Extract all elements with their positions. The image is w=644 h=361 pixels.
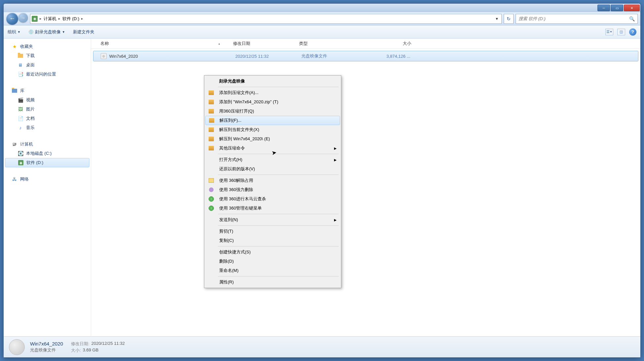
- video-icon: 🎬: [17, 97, 23, 103]
- status-filetype: 光盘映像文件: [30, 347, 63, 353]
- search-icon: 🔍: [629, 16, 635, 21]
- preview-pane-button[interactable]: ◫: [617, 29, 625, 35]
- column-name[interactable]: 名称▴: [91, 41, 233, 47]
- refresh-button[interactable]: ↻: [504, 14, 514, 24]
- sidebar-network[interactable]: 🖧网络: [4, 175, 91, 184]
- sidebar-documents[interactable]: 📄文档: [4, 114, 91, 123]
- ctx-other-compress[interactable]: 其他压缩命令▶: [205, 144, 340, 153]
- ctx-burn-disc[interactable]: 刻录光盘映像: [205, 77, 340, 86]
- sidebar-computer[interactable]: 🖳计算机: [4, 140, 91, 149]
- ctx-360-manage-menu[interactable]: ↑使用 360管理右键菜单: [205, 204, 340, 213]
- ctx-restore-versions[interactable]: 还原以前的版本(V): [205, 164, 340, 174]
- sidebar-favorites[interactable]: ★收藏夹: [4, 42, 91, 51]
- file-size: 3,874,126 ...: [367, 54, 414, 59]
- breadcrumb-dropdown[interactable]: ▾: [494, 16, 500, 21]
- delete-icon: [208, 186, 215, 193]
- ctx-360-force-delete[interactable]: 使用 360强力删除: [205, 185, 340, 194]
- titlebar: ─ ▭ ✕: [4, 4, 640, 12]
- breadcrumb[interactable]: ◉ ▸ 计算机 ▸ 软件 (D:) ▸ ▾: [30, 14, 502, 24]
- sidebar-recent[interactable]: 📑最近访问的位置: [4, 70, 91, 79]
- ctx-properties[interactable]: 属性(R): [205, 278, 340, 287]
- archive-icon: [208, 99, 215, 105]
- search-box[interactable]: 🔍: [516, 14, 638, 24]
- status-bar: Win7x64_2020 光盘映像文件 修改日期:2020/12/25 11:3…: [4, 336, 640, 357]
- recent-icon: 📑: [17, 71, 23, 77]
- ctx-cut[interactable]: 剪切(T): [205, 227, 340, 236]
- music-icon: ♪: [17, 125, 23, 131]
- sort-arrow-icon: ▴: [219, 42, 220, 45]
- computer-icon: 🖳: [12, 141, 17, 147]
- ctx-open-with[interactable]: 打开方式(H)▶: [205, 155, 340, 164]
- search-input[interactable]: [519, 16, 629, 21]
- new-folder-button[interactable]: 新建文件夹: [73, 29, 94, 35]
- separator: [218, 175, 339, 175]
- status-filename: Win7x64_2020: [30, 341, 63, 346]
- context-menu: 刻录光盘映像 添加到压缩文件(A)... 添加到 "Win7x64_2020.z…: [204, 75, 341, 288]
- chevron-down-icon: ▼: [62, 30, 65, 34]
- ctx-360-unlock[interactable]: 使用 360解除占用: [205, 176, 340, 185]
- file-date: 2020/12/25 11:32: [235, 54, 301, 59]
- column-size[interactable]: 大小: [365, 41, 411, 47]
- sidebar-local-c[interactable]: 💽本地磁盘 (C:): [4, 149, 91, 158]
- file-type: 光盘映像文件: [301, 53, 367, 59]
- document-icon: 📄: [17, 115, 23, 121]
- archive-icon: [208, 108, 215, 115]
- sidebar-videos[interactable]: 🎬视频: [4, 95, 91, 105]
- burn-disc-button[interactable]: 💿 刻录光盘映像 ▼: [28, 29, 65, 35]
- column-type[interactable]: 类型: [299, 41, 365, 47]
- iso-file-icon: ◎: [101, 53, 107, 59]
- navigation-bar: ← → ◉ ▸ 计算机 ▸ 软件 (D:) ▸ ▾ ↻ 🔍: [4, 12, 640, 25]
- ctx-open-360zip[interactable]: 用360压缩打开(Q): [205, 107, 340, 116]
- organize-menu[interactable]: 组织 ▼: [8, 29, 20, 35]
- ctx-add-to-archive[interactable]: 添加到压缩文件(A)...: [205, 88, 340, 97]
- minimize-button[interactable]: ─: [597, 5, 610, 11]
- forward-button[interactable]: →: [18, 13, 28, 23]
- ctx-create-shortcut[interactable]: 创建快捷方式(S): [205, 247, 340, 257]
- chevron-right-icon: ▸: [40, 16, 42, 21]
- sidebar-desktop[interactable]: 🖥桌面: [4, 60, 91, 70]
- folder-icon: [17, 53, 23, 59]
- sidebar-pictures[interactable]: 🖼图片: [4, 105, 91, 114]
- archive-icon: [208, 126, 215, 133]
- back-button[interactable]: ←: [6, 13, 18, 25]
- maximize-button[interactable]: ▭: [611, 5, 623, 11]
- sidebar-software-d[interactable]: ◉软件 (D:): [5, 158, 89, 167]
- drive-icon: 💽: [17, 150, 23, 156]
- breadcrumb-computer[interactable]: 计算机: [44, 16, 56, 22]
- status-date: 2020/12/25 11:32: [91, 341, 125, 347]
- network-icon: 🖧: [12, 176, 17, 182]
- chevron-right-icon: ▶: [334, 158, 337, 162]
- breadcrumb-drive[interactable]: 软件 (D:): [62, 16, 79, 22]
- chevron-down-icon: ▼: [17, 30, 20, 34]
- ctx-extract-named[interactable]: 解压到 Win7x64_2020\ (E): [205, 134, 340, 144]
- ctx-rename[interactable]: 重命名(M): [205, 266, 340, 275]
- chevron-right-icon: ▶: [334, 218, 337, 222]
- drive-icon: ◉: [32, 16, 38, 22]
- chevron-right-icon: ▶: [334, 147, 337, 150]
- archive-icon: [208, 145, 215, 151]
- file-row[interactable]: ◎Win7x64_2020 2020/12/25 11:32 光盘映像文件 3,…: [93, 51, 638, 61]
- view-options-button[interactable]: ☰ ▼: [605, 29, 613, 35]
- unlock-icon: [208, 177, 215, 184]
- separator: [218, 246, 339, 246]
- status-size-label: 大小:: [71, 347, 81, 353]
- ctx-add-to-zip[interactable]: 添加到 "Win7x64_2020.zip" (T): [205, 97, 340, 107]
- ctx-360-scan[interactable]: ↑使用 360进行木马云查杀: [205, 194, 340, 204]
- navigation-sidebar: ★收藏夹 下载 🖥桌面 📑最近访问的位置 库 🎬视频 🖼图片 📄文档 ♪音乐 🖳…: [4, 39, 91, 336]
- ctx-extract-here[interactable]: 解压到当前文件夹(X): [205, 125, 340, 134]
- ctx-delete[interactable]: 删除(D): [205, 257, 340, 266]
- ctx-copy[interactable]: 复制(C): [205, 236, 340, 245]
- close-button[interactable]: ✕: [624, 5, 640, 11]
- help-button[interactable]: ?: [629, 28, 636, 36]
- sidebar-music[interactable]: ♪音乐: [4, 123, 91, 132]
- sidebar-libraries[interactable]: 库: [4, 86, 91, 95]
- ctx-extract-to[interactable]: 解压到(F)...: [205, 116, 340, 125]
- column-date[interactable]: 修改日期: [233, 41, 299, 47]
- separator: [218, 225, 339, 226]
- file-list-pane: 名称▴ 修改日期 类型 大小 ◎Win7x64_2020 2020/12/25 …: [91, 39, 640, 336]
- ctx-send-to[interactable]: 发送到(N)▶: [205, 215, 340, 224]
- sidebar-downloads[interactable]: 下载: [4, 51, 91, 60]
- disc-icon: [9, 339, 25, 355]
- scan-icon: ↑: [208, 196, 215, 202]
- toolbar: 组织 ▼ 💿 刻录光盘映像 ▼ 新建文件夹 ☰ ▼ ◫ ?: [4, 25, 640, 39]
